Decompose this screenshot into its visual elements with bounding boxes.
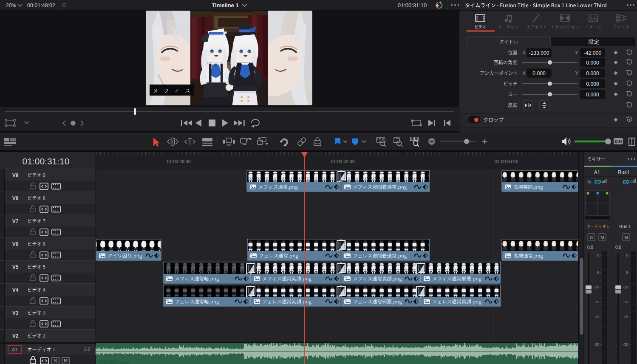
svg-text:EQ: EQ: [623, 179, 629, 184]
svg-text:A1: A1: [12, 347, 18, 352]
svg-text:0: 0: [626, 253, 628, 257]
svg-text:V9: V9: [12, 172, 19, 178]
svg-text:0.000: 0.000: [586, 71, 599, 76]
svg-text:M: M: [624, 235, 628, 240]
svg-text:-15: -15: [594, 300, 600, 304]
svg-text:TDCHECK.wav: TDCHECK.wav: [98, 359, 129, 364]
svg-text:0: 0: [597, 253, 599, 257]
svg-text:-30: -30: [623, 342, 629, 347]
svg-text:-42.000: -42.000: [584, 50, 602, 56]
svg-text:-5: -5: [596, 271, 599, 275]
svg-text:20%: 20%: [6, 3, 16, 8]
svg-text:Bus 1: Bus 1: [619, 224, 631, 229]
svg-text:-10: -10: [623, 285, 629, 289]
svg-text:00:01:48:02: 00:01:48:02: [27, 3, 55, 8]
svg-text:0.0: 0.0: [587, 245, 593, 250]
svg-text:-20: -20: [594, 315, 600, 319]
svg-text:V7: V7: [12, 218, 19, 224]
svg-text:0.000: 0.000: [586, 92, 599, 98]
svg-text:V8: V8: [12, 195, 19, 201]
svg-text:Timeline 1: Timeline 1: [212, 2, 238, 8]
svg-text:-20: -20: [623, 315, 629, 319]
svg-text:-133.000: -133.000: [529, 50, 549, 56]
svg-text:0.0: 0.0: [615, 245, 621, 250]
svg-text:01:00:32:00: 01:00:32:00: [331, 159, 355, 164]
svg-text:S: S: [590, 235, 593, 240]
svg-text:fx: fx: [587, 179, 592, 184]
svg-text:0.000: 0.000: [586, 81, 599, 87]
svg-text:X: X: [522, 50, 526, 55]
svg-text:0.000: 0.000: [586, 60, 599, 66]
svg-text:Y: Y: [575, 50, 578, 55]
svg-text:Bus1: Bus1: [618, 169, 630, 175]
svg-text:V6: V6: [12, 241, 19, 247]
svg-text:A1: A1: [594, 169, 600, 175]
svg-text:Y: Y: [575, 71, 578, 76]
svg-text:-10: -10: [594, 285, 600, 289]
svg-text:01:00:28:00: 01:00:28:00: [167, 159, 191, 164]
svg-text:-15: -15: [623, 300, 629, 304]
svg-text:0.000: 0.000: [532, 71, 546, 76]
svg-text:-30: -30: [594, 342, 600, 347]
svg-text:01:00:31:10: 01:00:31:10: [398, 2, 427, 8]
svg-text:01:00:31:10: 01:00:31:10: [23, 156, 70, 166]
svg-text:S: S: [54, 358, 57, 363]
svg-text:V5: V5: [12, 264, 19, 270]
svg-text:V2: V2: [12, 333, 19, 339]
svg-text:M: M: [600, 235, 604, 240]
svg-text:DIM: DIM: [615, 139, 622, 144]
svg-text:01:00:36:00: 01:00:36:00: [495, 159, 518, 164]
svg-text:-5: -5: [625, 271, 628, 275]
svg-text:EQ: EQ: [595, 179, 601, 184]
svg-text:M: M: [64, 358, 68, 363]
svg-text:V4: V4: [12, 287, 19, 293]
svg-text:V3: V3: [12, 310, 19, 316]
svg-text:2.0: 2.0: [84, 347, 90, 352]
svg-text:X: X: [522, 71, 526, 76]
